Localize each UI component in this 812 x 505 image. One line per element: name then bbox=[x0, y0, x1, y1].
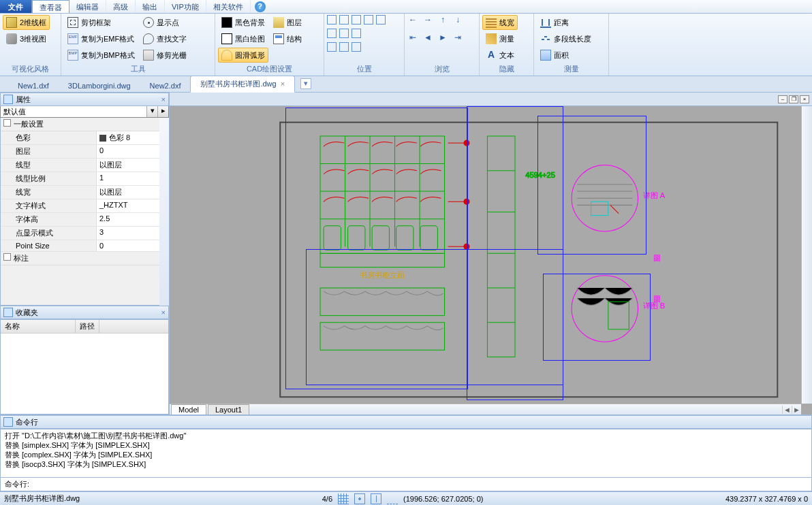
property-value[interactable]: _HZTXT bbox=[96, 199, 168, 212]
property-value[interactable]: 色彩 8 bbox=[96, 131, 168, 144]
property-row[interactable]: 色彩色彩 8 bbox=[1, 131, 168, 145]
btn-layers[interactable]: 图层 bbox=[270, 15, 305, 30]
btn-find-text[interactable]: 查找文字 bbox=[140, 31, 190, 46]
close-tab-icon[interactable]: × bbox=[281, 80, 285, 88]
region-icon[interactable] bbox=[352, 42, 361, 52]
properties-close-icon[interactable]: × bbox=[161, 95, 166, 103]
btn-trim-raster[interactable]: 修剪光栅 bbox=[140, 48, 190, 63]
properties-selector-apply[interactable]: ▸ bbox=[157, 106, 168, 117]
property-row[interactable]: 线型以图层 bbox=[1, 159, 168, 172]
help-icon[interactable]: ? bbox=[255, 1, 266, 12]
favorites-close-icon[interactable]: × bbox=[161, 308, 166, 316]
property-value[interactable]: 1 bbox=[96, 172, 168, 185]
btn-crop-frame[interactable]: 剪切框架 bbox=[64, 15, 138, 30]
nav-prev-icon[interactable]: ◄ bbox=[422, 33, 433, 44]
nav-left-icon[interactable]: ← bbox=[407, 15, 418, 26]
prop-category-general[interactable]: 一般设置 bbox=[1, 118, 168, 131]
command-log[interactable]: 打开 "D:\工作内容\素材\施工图\别墅书房书柜详图.dwg" 替换 [sim… bbox=[0, 429, 812, 478]
property-row[interactable]: 字体高2.5 bbox=[1, 213, 168, 227]
nav-down-icon[interactable]: ↓ bbox=[452, 15, 463, 26]
zoom-prev-icon[interactable] bbox=[327, 29, 337, 38]
pan-icon[interactable] bbox=[376, 15, 386, 25]
zoom-all-icon[interactable] bbox=[339, 29, 349, 38]
prop-category-annotation[interactable]: 标注 bbox=[1, 252, 168, 265]
canvas-scrollbar-horizontal[interactable]: Model Layout1 ◄► bbox=[170, 404, 801, 414]
nav-up-icon[interactable]: ↑ bbox=[437, 15, 448, 26]
restore-icon[interactable]: ❐ bbox=[789, 95, 798, 103]
nav-next-icon[interactable]: ► bbox=[437, 33, 448, 44]
menu-editor[interactable]: 编辑器 bbox=[69, 0, 106, 13]
layout-tab-layout1[interactable]: Layout1 bbox=[208, 404, 249, 415]
ortho-toggle-icon[interactable] bbox=[371, 493, 381, 504]
property-row[interactable]: 线宽以图层 bbox=[1, 186, 168, 199]
btn-3d-view[interactable]: 3维视图 bbox=[3, 31, 50, 46]
file-tab-1[interactable]: 3DLamborgini.dwg bbox=[59, 79, 140, 93]
property-value[interactable]: 2.5 bbox=[96, 213, 168, 226]
layout-tab-model[interactable]: Model bbox=[171, 404, 206, 415]
menu-related[interactable]: 相关软件 bbox=[206, 0, 251, 13]
property-row[interactable]: 点显示模式3 bbox=[1, 227, 168, 240]
btn-structure[interactable]: 结构 bbox=[270, 31, 305, 46]
menu-file[interactable]: 文件 bbox=[0, 0, 32, 13]
btn-polyline-length[interactable]: 多段线长度 bbox=[537, 31, 595, 46]
crop-icon bbox=[67, 17, 78, 28]
btn-bw-drawing[interactable]: 黑白绘图 bbox=[218, 31, 268, 46]
property-value[interactable]: 以图层 bbox=[96, 159, 168, 172]
property-row[interactable]: 线型比例1 bbox=[1, 172, 168, 186]
favorites-col-path[interactable]: 路径 bbox=[76, 320, 99, 333]
property-row[interactable]: 图层0 bbox=[1, 145, 168, 159]
properties-icon bbox=[3, 95, 13, 104]
btn-distance[interactable]: 距离 bbox=[537, 15, 595, 30]
properties-selector-input[interactable] bbox=[1, 106, 146, 117]
property-value[interactable]: 0 bbox=[96, 240, 168, 251]
properties-scrollbar[interactable] bbox=[159, 118, 169, 306]
nav-first-icon[interactable]: ⇤ bbox=[407, 33, 418, 44]
btn-black-bg[interactable]: 黑色背景 bbox=[218, 15, 268, 30]
menu-advanced[interactable]: 高级 bbox=[106, 0, 136, 13]
property-value[interactable]: 以图层 bbox=[96, 186, 168, 199]
fit-icon[interactable] bbox=[327, 42, 337, 52]
btn-hide-text[interactable]: A文本 bbox=[482, 48, 518, 63]
property-value[interactable]: 0 bbox=[96, 145, 168, 158]
canvas[interactable]: 书房书柜立面 4594+25 bbox=[170, 106, 812, 414]
menu-output[interactable]: 输出 bbox=[136, 0, 165, 13]
canvas-scrollbar-vertical[interactable] bbox=[801, 106, 812, 404]
minimize-icon[interactable]: – bbox=[778, 95, 787, 103]
command-input[interactable] bbox=[33, 478, 811, 491]
scroll-left-icon[interactable]: ◄ bbox=[782, 406, 792, 414]
btn-copy-emf[interactable]: EMF复制为EMF格式 bbox=[64, 31, 138, 46]
center-icon[interactable] bbox=[339, 42, 349, 52]
zoom-in-icon[interactable] bbox=[352, 15, 361, 25]
zoom-scale-icon[interactable] bbox=[352, 29, 361, 38]
property-value[interactable]: 3 bbox=[96, 227, 168, 240]
close-icon[interactable]: × bbox=[800, 95, 809, 103]
favorites-col-name[interactable]: 名称 bbox=[1, 320, 76, 333]
file-tab-2[interactable]: New2.dxf bbox=[140, 79, 191, 93]
menu-viewer[interactable]: 查看器 bbox=[32, 0, 69, 13]
property-key: 点显示模式 bbox=[1, 227, 96, 240]
zoom-window-icon[interactable] bbox=[327, 15, 337, 25]
btn-area[interactable]: 面积 bbox=[537, 48, 595, 63]
file-tab-3[interactable]: 别墅书房书柜详图.dwg× bbox=[190, 76, 295, 93]
selection-box bbox=[537, 116, 646, 255]
properties-selector-dropdown[interactable]: ▾ bbox=[146, 106, 157, 117]
btn-copy-bmp[interactable]: BMP复制为BMP格式 bbox=[64, 48, 138, 63]
nav-right-icon[interactable]: → bbox=[422, 15, 433, 26]
grid-toggle-icon[interactable] bbox=[338, 493, 349, 504]
zoom-extents-icon[interactable] bbox=[339, 15, 349, 25]
menu-vip[interactable]: VIP功能 bbox=[165, 0, 206, 13]
tracking-toggle-icon[interactable] bbox=[387, 493, 398, 504]
file-tab-0[interactable]: New1.dxf bbox=[8, 79, 59, 93]
btn-smooth-arc[interactable]: 圆滑弧形 bbox=[218, 48, 268, 63]
nav-last-icon[interactable]: ⇥ bbox=[452, 33, 463, 44]
scroll-right-icon[interactable]: ► bbox=[792, 406, 801, 414]
snap-toggle-icon[interactable] bbox=[354, 493, 365, 504]
btn-show-points[interactable]: 显示点 bbox=[140, 15, 190, 30]
zoom-out-icon[interactable] bbox=[364, 15, 373, 25]
btn-hide-measure[interactable]: 测量 bbox=[482, 31, 518, 46]
tab-overflow-button[interactable]: ▾ bbox=[300, 78, 311, 89]
btn-lineweight[interactable]: 线宽 bbox=[482, 15, 518, 30]
property-row[interactable]: 文字样式_HZTXT bbox=[1, 199, 168, 213]
property-row[interactable]: Point Size0 bbox=[1, 240, 168, 252]
btn-2d-wireframe[interactable]: 2维线框 bbox=[3, 15, 50, 30]
